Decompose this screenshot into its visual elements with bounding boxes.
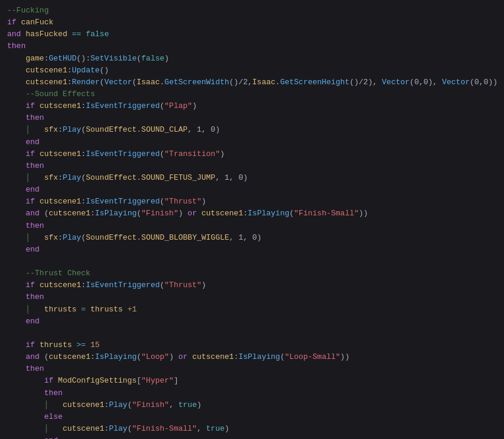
code-token: Vector	[442, 78, 470, 87]
code-token: end	[25, 138, 39, 147]
code-token: ))	[359, 209, 368, 218]
code-token	[123, 305, 127, 314]
code-token: cutscene1	[40, 149, 81, 158]
code-token: Vector	[104, 78, 132, 87]
code-token	[7, 113, 25, 122]
code-token: (	[81, 173, 86, 182]
code-token	[7, 305, 25, 314]
code-token	[53, 376, 58, 385]
code-token: :	[81, 149, 86, 158]
code-token: │	[25, 173, 30, 182]
code-token	[81, 30, 86, 39]
code-line: end	[0, 435, 504, 439]
code-token	[7, 364, 25, 373]
code-token	[7, 101, 25, 110]
code-token: +1	[127, 305, 137, 314]
code-token: cutscene1	[49, 352, 90, 361]
code-token: Update	[72, 66, 100, 75]
code-token: if	[44, 376, 53, 385]
code-token: (	[81, 125, 86, 134]
code-token: cutscene1	[40, 281, 81, 290]
code-token: thrusts	[90, 305, 123, 314]
code-token: SOUND_CLAP	[141, 125, 187, 134]
code-token: "Finish-Small"	[132, 424, 197, 433]
code-token	[49, 424, 62, 433]
code-line: and hasFucked == false	[0, 28, 504, 40]
code-token: IsPlaying	[95, 209, 136, 218]
code-token: --Thrust Check	[7, 269, 90, 278]
code-token	[7, 292, 25, 301]
code-token: cutscene1	[25, 78, 67, 87]
code-token: end	[25, 317, 39, 326]
code-line: │ cutscene1:Play("Finish-Small", true)	[0, 423, 504, 435]
code-token: ==	[72, 30, 81, 39]
code-token: )	[192, 101, 197, 110]
code-token	[30, 173, 44, 182]
code-token: end	[25, 185, 39, 194]
code-token: --Fucking	[7, 6, 49, 15]
code-line: then	[0, 112, 504, 124]
code-token: IsEventTriggered	[86, 101, 160, 110]
code-line	[0, 256, 504, 268]
code-token: cutscene1	[63, 400, 104, 409]
code-token: IsEventTriggered	[86, 197, 160, 206]
code-line: then	[0, 363, 504, 375]
code-token: )	[202, 281, 206, 290]
code-token: "Loop-Small"	[285, 352, 340, 361]
code-token: GetScreenWidth	[164, 78, 229, 87]
code-token: sfx	[44, 125, 58, 134]
code-token: >=	[76, 341, 86, 349]
code-token: ]	[174, 376, 178, 385]
code-token: IsPlaying	[95, 352, 136, 361]
code-token: else	[44, 412, 62, 421]
code-token: cutscene1	[49, 209, 90, 218]
code-token: "Hyper"	[141, 376, 174, 385]
code-token	[30, 125, 44, 134]
code-token	[7, 341, 25, 349]
code-token: cutscene1	[40, 101, 81, 110]
code-token: false	[86, 30, 109, 39]
code-token	[35, 149, 40, 158]
code-editor: --Fuckingif canFuckand hasFucked == fals…	[0, 0, 504, 439]
code-token: ()	[100, 66, 109, 75]
code-token: or	[187, 209, 197, 218]
code-token	[49, 400, 62, 409]
code-token	[7, 436, 44, 439]
code-token: if	[25, 101, 35, 110]
code-token: sfx	[44, 233, 58, 242]
code-token: , 1, 0)	[229, 233, 262, 242]
code-token: "Transition"	[164, 149, 220, 158]
code-token: :	[81, 281, 86, 290]
code-token: 15	[90, 341, 100, 349]
code-token: SOUND_BLOBBY_WIGGLE	[141, 233, 229, 242]
code-token: )	[202, 197, 206, 206]
code-token: if	[25, 197, 35, 206]
code-line: and (cutscene1:IsPlaying("Finish") or cu…	[0, 208, 504, 220]
code-token: IsPlaying	[238, 352, 280, 361]
code-line: if cutscene1:IsEventTriggered("Transitio…	[0, 148, 504, 160]
code-token: SOUND_FETUS_JUMP	[141, 173, 215, 182]
code-token: Play	[63, 233, 81, 242]
code-token: ))	[340, 352, 350, 361]
code-token: )	[164, 54, 169, 63]
code-token: (	[132, 78, 137, 87]
code-token: ,	[169, 400, 178, 409]
code-token: :	[58, 233, 63, 242]
code-line: │ sfx:Play(SoundEffect.SOUND_CLAP, 1, 0)	[0, 124, 504, 136]
code-token: │	[25, 125, 30, 134]
code-token	[7, 281, 25, 290]
code-line: if cutscene1:IsEventTriggered("Thrust")	[0, 279, 504, 291]
code-line: end	[0, 136, 504, 148]
code-token	[7, 412, 44, 421]
code-token: cutscene1	[25, 66, 67, 75]
code-token: "Finish-Small"	[294, 209, 359, 218]
code-token	[187, 352, 192, 361]
code-line: if cutscene1:IsEventTriggered("Thrust")	[0, 196, 504, 208]
code-token: ()/2),	[349, 78, 382, 87]
code-line: end	[0, 184, 504, 196]
code-token: (	[289, 209, 294, 218]
code-token: (	[81, 233, 86, 242]
code-token: or	[178, 352, 188, 361]
code-token: IsEventTriggered	[86, 149, 160, 158]
code-token: then	[25, 221, 44, 230]
